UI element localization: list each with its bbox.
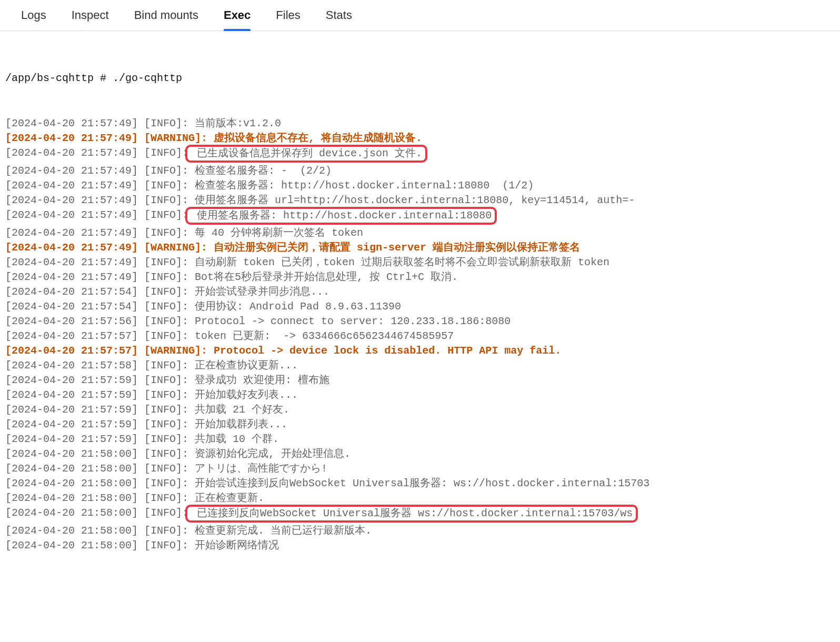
- log-timestamp: [2024-04-20 21:58:00]: [5, 462, 144, 476]
- log-line: [2024-04-20 21:58:00] [INFO]: 检查更新完成. 当前…: [5, 524, 835, 538]
- log-message: 开始诊断网络情况: [188, 538, 279, 553]
- log-timestamp: [2024-04-20 21:57:59]: [5, 388, 144, 403]
- log-line: [2024-04-20 21:58:00] [INFO]: アトリは、高性能です…: [5, 462, 835, 476]
- log-message: 已连接到反向WebSocket Universal服务器 ws://host.d…: [188, 506, 638, 524]
- log-message: 资源初始化完成, 开始处理信息.: [188, 447, 351, 462]
- log-level: [WARNING]:: [144, 240, 207, 255]
- log-line: [2024-04-20 21:57:59] [INFO]: 共加载 10 个群.: [5, 432, 835, 447]
- log-timestamp: [2024-04-20 21:57:58]: [5, 358, 144, 373]
- log-message: 检查签名服务器: http://host.docker.internal:180…: [188, 178, 534, 193]
- log-level: [INFO]:: [144, 506, 188, 520]
- log-message: Bot将在5秒后登录并开始信息处理, 按 Ctrl+C 取消.: [188, 270, 458, 285]
- log-level: [INFO]:: [144, 432, 188, 447]
- log-level: [INFO]:: [144, 538, 188, 553]
- log-message: 检查更新完成. 当前已运行最新版本.: [188, 524, 372, 538]
- highlight-box: 已连接到反向WebSocket Universal服务器 ws://host.d…: [185, 505, 638, 523]
- log-timestamp: [2024-04-20 21:57:49]: [5, 240, 144, 255]
- log-line: [2024-04-20 21:57:49] [INFO]: Bot将在5秒后登录…: [5, 270, 835, 285]
- log-message: 登录成功 欢迎使用: 檀布施: [188, 373, 329, 388]
- log-message: 共加载 10 个群.: [188, 432, 279, 447]
- log-timestamp: [2024-04-20 21:57:54]: [5, 299, 144, 314]
- terminal-output[interactable]: /app/bs-cqhttp # ./go-cqhttp [2024-04-20…: [0, 31, 840, 589]
- log-line: [2024-04-20 21:57:49] [INFO]: 检查签名服务器: -…: [5, 164, 835, 178]
- log-level: [INFO]:: [144, 116, 188, 131]
- log-line: [2024-04-20 21:58:00] [INFO]: 已连接到反向WebS…: [5, 506, 835, 524]
- log-message: 开始加载好友列表...: [188, 388, 298, 403]
- log-level: [INFO]:: [144, 524, 188, 538]
- log-message: アトリは、高性能ですから!: [188, 462, 327, 476]
- log-message: 使用签名服务器 url=http://host.docker.internal:…: [188, 193, 635, 208]
- log-message: 当前版本:v1.2.0: [188, 116, 281, 131]
- log-message: 共加载 21 个好友.: [188, 403, 289, 417]
- tab-files[interactable]: Files: [276, 0, 300, 31]
- log-timestamp: [2024-04-20 21:58:00]: [5, 476, 144, 491]
- log-message: 使用签名服务器: http://host.docker.internal:180…: [188, 208, 497, 226]
- log-level: [INFO]:: [144, 358, 188, 373]
- log-level: [INFO]:: [144, 403, 188, 417]
- log-line: [2024-04-20 21:57:59] [INFO]: 共加载 21 个好友…: [5, 403, 835, 417]
- log-timestamp: [2024-04-20 21:57:57]: [5, 329, 144, 344]
- log-line: [2024-04-20 21:58:00] [INFO]: 正在检查更新.: [5, 491, 835, 506]
- log-line: [2024-04-20 21:58:00] [INFO]: 开始尝试连接到反向W…: [5, 476, 835, 491]
- log-line: [2024-04-20 21:57:49] [INFO]: 每 40 分钟将刷新…: [5, 226, 835, 240]
- log-timestamp: [2024-04-20 21:57:59]: [5, 417, 144, 432]
- log-line: [2024-04-20 21:57:56] [INFO]: Protocol -…: [5, 314, 835, 329]
- log-level: [INFO]:: [144, 208, 188, 223]
- log-timestamp: [2024-04-20 21:58:00]: [5, 506, 144, 520]
- log-timestamp: [2024-04-20 21:58:00]: [5, 491, 144, 506]
- log-message: 正在检查协议更新...: [188, 358, 298, 373]
- log-level: [INFO]:: [144, 178, 188, 193]
- log-lines: [2024-04-20 21:57:49] [INFO]: 当前版本:v1.2.…: [5, 116, 835, 553]
- log-level: [INFO]:: [144, 388, 188, 403]
- log-timestamp: [2024-04-20 21:57:49]: [5, 116, 144, 131]
- log-timestamp: [2024-04-20 21:57:49]: [5, 193, 144, 208]
- log-timestamp: [2024-04-20 21:57:59]: [5, 432, 144, 447]
- log-level: [INFO]:: [144, 462, 188, 476]
- log-timestamp: [2024-04-20 21:58:00]: [5, 447, 144, 462]
- log-timestamp: [2024-04-20 21:57:49]: [5, 178, 144, 193]
- log-line: [2024-04-20 21:57:49] [WARNING]: 虚拟设备信息不…: [5, 131, 835, 146]
- highlight-box: 已生成设备信息并保存到 device.json 文件.: [185, 145, 427, 163]
- tab-exec[interactable]: Exec: [224, 0, 251, 31]
- log-timestamp: [2024-04-20 21:58:00]: [5, 524, 144, 538]
- log-line: [2024-04-20 21:58:00] [INFO]: 开始诊断网络情况: [5, 538, 835, 553]
- log-level: [INFO]:: [144, 285, 188, 299]
- log-line: [2024-04-20 21:57:49] [INFO]: 当前版本:v1.2.…: [5, 116, 835, 131]
- log-line: [2024-04-20 21:57:49] [INFO]: 使用签名服务器: h…: [5, 208, 835, 226]
- log-timestamp: [2024-04-20 21:57:56]: [5, 314, 144, 329]
- log-level: [INFO]:: [144, 193, 188, 208]
- log-level: [INFO]:: [144, 146, 188, 160]
- log-line: [2024-04-20 21:57:54] [INFO]: 使用协议: Andr…: [5, 299, 835, 314]
- log-message: 检查签名服务器: - (2/2): [188, 164, 332, 178]
- tab-bind-mounts[interactable]: Bind mounts: [134, 0, 198, 31]
- log-level: [INFO]:: [144, 226, 188, 240]
- log-line: [2024-04-20 21:57:57] [WARNING]: Protoco…: [5, 344, 835, 358]
- prompt-line: /app/bs-cqhttp # ./go-cqhttp: [5, 71, 835, 86]
- log-timestamp: [2024-04-20 21:57:49]: [5, 208, 144, 223]
- log-timestamp: [2024-04-20 21:57:54]: [5, 285, 144, 299]
- tab-stats[interactable]: Stats: [326, 0, 352, 31]
- tab-logs[interactable]: Logs: [21, 0, 46, 31]
- log-level: [INFO]:: [144, 476, 188, 491]
- log-message: 开始尝试连接到反向WebSocket Universal服务器: ws://ho…: [188, 476, 649, 491]
- log-line: [2024-04-20 21:57:49] [INFO]: 使用签名服务器 ur…: [5, 193, 835, 208]
- log-line: [2024-04-20 21:57:49] [INFO]: 自动刷新 token…: [5, 255, 835, 270]
- tab-inspect[interactable]: Inspect: [72, 0, 109, 31]
- log-level: [INFO]:: [144, 329, 188, 344]
- log-message: Protocol -> connect to server: 120.233.1…: [188, 314, 511, 329]
- log-message: 每 40 分钟将刷新一次签名 token: [188, 226, 363, 240]
- highlight-box: 使用签名服务器: http://host.docker.internal:180…: [185, 207, 497, 225]
- log-line: [2024-04-20 21:57:54] [INFO]: 开始尝试登录并同步消…: [5, 285, 835, 299]
- log-level: [INFO]:: [144, 255, 188, 270]
- log-level: [WARNING]:: [144, 131, 207, 146]
- log-message: 自动注册实例已关闭，请配置 sign-server 端自动注册实例以保持正常签名: [207, 240, 580, 255]
- log-timestamp: [2024-04-20 21:57:57]: [5, 344, 144, 358]
- log-line: [2024-04-20 21:57:49] [INFO]: 检查签名服务器: h…: [5, 178, 835, 193]
- log-timestamp: [2024-04-20 21:57:59]: [5, 403, 144, 417]
- log-timestamp: [2024-04-20 21:57:49]: [5, 146, 144, 160]
- log-level: [INFO]:: [144, 299, 188, 314]
- log-message: token 已更新: -> 6334666c6562344674585957: [188, 329, 454, 344]
- log-level: [INFO]:: [144, 447, 188, 462]
- log-message: 虚拟设备信息不存在, 将自动生成随机设备.: [207, 131, 422, 146]
- log-message: 使用协议: Android Pad 8.9.63.11390: [188, 299, 401, 314]
